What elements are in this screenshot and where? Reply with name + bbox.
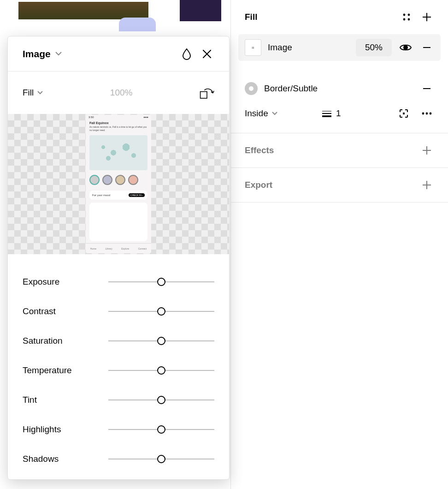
export-title: Export [245,180,414,190]
svg-point-3 [408,18,410,21]
visibility-icon[interactable] [398,40,413,55]
slider-track[interactable] [108,281,214,282]
chevron-down-icon [272,112,277,115]
detach-style-icon[interactable] [419,81,434,96]
svg-rect-20 [403,113,405,114]
preview-nav-item: Connect [138,247,147,250]
svg-point-0 [403,14,406,16]
popover-header: Image [8,36,229,72]
image-adjust-sliders: Exposure Contrast Saturation Temperature… [8,254,229,474]
slider-highlights: Highlights [23,415,214,444]
stroke-position-value: Inside [245,108,268,119]
slider-thumb[interactable] [157,366,165,375]
slider-thumb[interactable] [157,337,165,345]
effects-title: Effects [245,145,414,155]
export-section: Export [231,168,448,203]
stroke-position-dropdown[interactable]: Inside [245,108,314,119]
slider-track[interactable] [108,370,214,371]
svg-point-21 [422,113,424,115]
preview-phone-mockup: 3:50●●● Fall Equinox As nature reminds u… [86,115,151,253]
slider-track[interactable] [108,459,214,459]
stroke-weight-input[interactable] [336,108,359,119]
slider-exposure: Exposure [23,267,214,297]
scale-mode-value: Fill [23,88,34,98]
fill-type-dropdown[interactable]: Image [23,48,62,60]
image-fill-popover: Image Fill 100% 3:50●●● Fall Equinox As … [7,36,230,480]
svg-point-23 [430,113,432,115]
slider-tint: Tint [23,385,214,415]
add-effect-icon[interactable] [419,143,434,158]
slider-track[interactable] [108,429,214,430]
slider-temperature: Temperature [23,356,214,385]
border-style-label: Border/Subtle [264,83,413,94]
slider-label: Shadows [23,454,108,464]
slider-track[interactable] [108,340,214,341]
slider-label: Temperature [23,365,108,376]
svg-point-2 [403,18,406,21]
styles-icon[interactable] [399,10,414,24]
slider-saturation: Saturation [23,326,214,356]
slider-thumb[interactable] [157,278,165,286]
border-style-row: Border/Subtle [245,71,434,106]
inspector-panel: Fill ▦ Image 50% Border/Subtle [230,0,448,489]
popover-subheader: Fill 100% [8,72,229,114]
blend-mode-icon[interactable] [179,47,194,61]
preview-nav-item: Explore [121,247,129,250]
fill-type-value: Image [23,48,51,60]
fill-thumbnail[interactable]: ▦ [245,39,261,56]
more-icon[interactable] [419,106,434,121]
preview-nav-item: Home [90,247,96,250]
slider-label: Tint [23,395,108,405]
scale-mode-dropdown[interactable]: Fill [23,88,43,98]
close-icon[interactable] [200,47,214,61]
svg-point-6 [404,46,407,49]
slider-label: Saturation [23,336,108,346]
add-fill-icon[interactable] [419,10,434,24]
effects-section: Effects [231,133,448,168]
slider-track[interactable] [108,311,214,312]
fill-item[interactable]: ▦ Image 50% [238,34,441,61]
svg-point-1 [408,14,410,16]
stroke-settings-row: Inside [245,106,434,133]
stroke-weight-field[interactable] [322,108,388,119]
fill-section: Fill ▦ Image 50% Border/Subtle [231,0,448,133]
chevron-down-icon [55,52,62,56]
image-preview[interactable]: 3:50●●● Fall Equinox As nature reminds u… [8,114,229,254]
stroke-sides-icon[interactable] [396,106,411,121]
preview-heading: Fall Equinox [89,121,147,125]
slider-thumb[interactable] [157,307,165,316]
preview-card-label: For your mood [92,194,110,197]
svg-point-22 [426,113,428,115]
remove-fill-icon[interactable] [419,40,434,55]
add-export-icon[interactable] [419,178,434,192]
slider-shadows: Shadows [23,444,214,474]
preview-subtext: As nature reminds us, Fall is a time to … [89,125,147,131]
slider-thumb[interactable] [157,455,165,463]
preview-chip: CHECK IN › [129,193,145,197]
image-opacity-field[interactable]: 100% [48,88,194,98]
fill-opacity-field[interactable]: 50% [356,39,392,56]
canvas-shape[interactable] [119,18,156,31]
rotate-image-icon[interactable] [200,85,214,100]
slider-track[interactable] [108,400,214,400]
canvas-artboard-2[interactable] [180,0,221,21]
svg-rect-30 [200,92,207,98]
chevron-down-icon [37,91,43,95]
fill-type-label: Image [268,42,349,53]
slider-thumb[interactable] [157,396,165,404]
preview-nav-item: Library [106,247,112,250]
slider-thumb[interactable] [157,425,165,434]
slider-contrast: Contrast [23,297,214,326]
slider-label: Exposure [23,277,108,287]
slider-label: Highlights [23,424,108,435]
slider-label: Contrast [23,306,108,316]
fill-section-title: Fill [245,12,394,22]
border-color-swatch[interactable] [245,82,258,95]
stroke-weight-icon [322,110,331,117]
